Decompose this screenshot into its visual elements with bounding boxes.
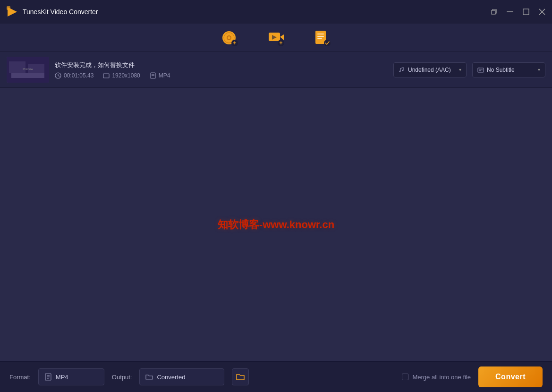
- format-value-bottom: MP4: [56, 374, 68, 381]
- svg-rect-4: [523, 9, 529, 15]
- format-value: MP4: [159, 72, 170, 79]
- file-list: Preview 软件安装完成，如何替换文件 00:01:05.43: [0, 52, 552, 88]
- svg-text:+: +: [279, 40, 282, 46]
- svg-rect-21: [317, 38, 322, 39]
- convert-button[interactable]: Convert: [478, 366, 543, 387]
- svg-point-34: [402, 69, 404, 71]
- audio-chevron-icon: ▾: [459, 67, 461, 72]
- meta-duration: 00:01:05.43: [55, 72, 93, 79]
- format-display: MP4: [38, 368, 104, 385]
- converted-tab-button[interactable]: [314, 29, 331, 47]
- maximize-window-button[interactable]: [522, 8, 530, 16]
- output-label: Output:: [112, 374, 132, 381]
- merge-option[interactable]: Merge all into one file: [402, 374, 471, 381]
- browse-folder-icon: [236, 372, 245, 382]
- app-logo: [6, 5, 19, 18]
- meta-resolution: 1920x1080: [103, 72, 140, 79]
- watermark: 知软博客-www.knowr.cn: [218, 218, 334, 232]
- audio-icon: [399, 67, 405, 73]
- bottom-bar: Format: MP4 Output: Converted Merge all …: [0, 361, 552, 392]
- subtitle-dropdown[interactable]: T No Subtitle ▾: [472, 62, 545, 77]
- window-controls: [490, 8, 546, 16]
- svg-text:+: +: [233, 40, 236, 46]
- format-icon: [150, 72, 156, 79]
- resolution-value: 1920x1080: [112, 72, 140, 79]
- svg-point-10: [228, 36, 230, 39]
- file-meta: 00:01:05.43 1920x1080: [55, 72, 388, 79]
- restore-window-button[interactable]: [490, 8, 498, 16]
- merge-checkbox[interactable]: [402, 374, 408, 380]
- duration-value: 00:01:05.43: [64, 72, 93, 79]
- subtitle-chevron-icon: ▾: [538, 67, 540, 72]
- format-label: Format:: [9, 374, 31, 381]
- meta-format: MP4: [150, 72, 170, 79]
- main-content: Preview 软件安装完成，如何替换文件 00:01:05.43: [0, 52, 552, 361]
- title-bar: TunesKit Video Converter: [0, 0, 552, 24]
- file-info: 软件安装完成，如何替换文件 00:01:05.43 1920x1080: [55, 61, 388, 79]
- svg-rect-1: [7, 6, 10, 10]
- add-video-button[interactable]: +: [267, 29, 285, 47]
- file-thumbnail: Preview: [7, 57, 49, 83]
- format-file-icon: [44, 373, 52, 381]
- resolution-icon: [103, 72, 110, 79]
- app-title: TunesKit Video Converter: [23, 8, 490, 16]
- drop-area: 知软博客-www.knowr.cn: [0, 88, 552, 361]
- file-title: 软件安装完成，如何替换文件: [55, 61, 388, 69]
- svg-text:T: T: [478, 67, 480, 70]
- output-value: Converted: [157, 374, 185, 381]
- subtitle-value: No Subtitle: [487, 67, 515, 73]
- svg-rect-29: [103, 74, 109, 78]
- output-display: Converted: [139, 368, 224, 385]
- clock-icon: [55, 72, 61, 79]
- minimize-window-button[interactable]: [506, 8, 514, 16]
- svg-rect-19: [317, 34, 324, 34]
- svg-point-33: [399, 70, 401, 72]
- folder-icon: [145, 373, 153, 381]
- file-item: Preview 软件安装完成，如何替换文件 00:01:05.43: [0, 52, 552, 87]
- toolbar: + +: [0, 24, 552, 52]
- converted-icon: [314, 29, 331, 47]
- svg-text:Preview: Preview: [23, 68, 33, 70]
- subtitle-icon: T: [477, 67, 484, 73]
- add-video-icon: +: [267, 29, 285, 47]
- close-window-button[interactable]: [538, 8, 546, 16]
- svg-rect-20: [317, 36, 324, 37]
- svg-point-22: [324, 40, 331, 46]
- add-media-button[interactable]: +: [221, 29, 239, 47]
- add-media-icon: +: [221, 29, 239, 47]
- browse-folder-button[interactable]: [232, 368, 249, 385]
- svg-rect-26: [11, 73, 44, 78]
- merge-label-text: Merge all into one file: [412, 374, 471, 381]
- audio-value: Undefined (AAC): [408, 67, 451, 73]
- audio-dropdown[interactable]: Undefined (AAC) ▾: [393, 62, 467, 77]
- svg-rect-2: [492, 10, 495, 14]
